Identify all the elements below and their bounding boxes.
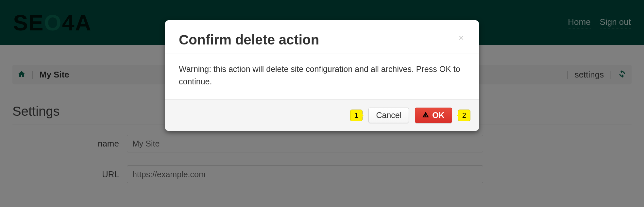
cancel-button[interactable]: Cancel [368,108,409,123]
warning-icon [422,111,429,120]
cancel-button-label: Cancel [376,111,401,120]
confirm-delete-modal: Confirm delete action × Warning: this ac… [165,20,479,131]
modal-footer: 1 Cancel OK 2 [165,99,479,131]
ok-button[interactable]: OK [415,108,452,123]
ok-button-label: OK [432,111,445,120]
modal-title: Confirm delete action [179,32,457,48]
modal-body: Warning: this action will delete site co… [165,54,479,99]
annotation-marker-2: 2 [458,110,470,121]
close-icon: × [459,33,464,43]
annotation-marker-1: 1 [350,110,363,121]
modal-close-button[interactable]: × [457,32,465,44]
modal-header: Confirm delete action × [165,20,479,54]
